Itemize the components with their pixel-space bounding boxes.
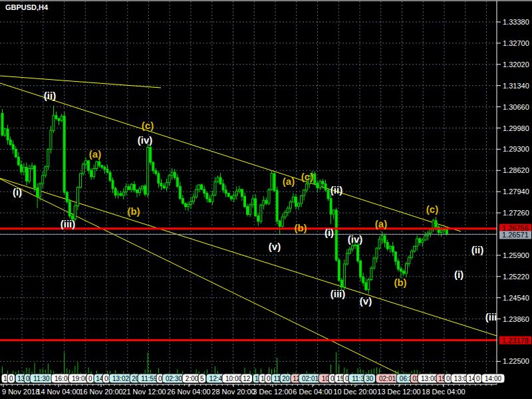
wave-label[interactable]: (a): [283, 176, 295, 187]
wave-label[interactable]: (i): [13, 186, 22, 198]
candle-body: [42, 176, 44, 184]
candle-body: [45, 167, 47, 176]
candle-body: [392, 246, 394, 251]
wave-label[interactable]: (ii): [471, 244, 483, 255]
candle-body: [168, 176, 170, 183]
time-tag-label: 13:0: [454, 375, 467, 382]
wave-label[interactable]: (iii): [331, 288, 346, 299]
price-tick-label: 1.25220: [503, 273, 529, 281]
candle-body: [346, 253, 348, 264]
chart-canvas[interactable]: (ii)(c)(iv)(a)(i)(b)(iii)(a)(c)(ii)(b)(i…: [0, 0, 532, 399]
time-tag-label: 11:30: [33, 375, 50, 382]
date-label: 16 Nov 20:00: [79, 388, 122, 396]
wave-label[interactable]: (ii): [331, 184, 342, 196]
candle-body: [378, 239, 380, 248]
wave-label[interactable]: (v): [269, 241, 281, 252]
candle-body: [424, 235, 426, 240]
candle-body: [265, 200, 267, 203]
wave-label[interactable]: (iv): [138, 134, 153, 146]
candle-body: [53, 116, 55, 131]
candle-body: [184, 203, 186, 207]
candle-body: [128, 187, 130, 190]
candle-body: [370, 268, 372, 279]
candle-body: [332, 210, 334, 214]
price-tick-label: 1.22500: [503, 357, 529, 365]
wave-label[interactable]: (i): [454, 269, 464, 280]
wave-label[interactable]: (ii): [44, 90, 56, 101]
price-tick-label: 1.24540: [503, 294, 529, 302]
candle-body: [330, 199, 332, 214]
candle-body: [50, 130, 52, 149]
wave-label[interactable]: (a): [89, 148, 101, 160]
time-tag-label: 0: [26, 375, 30, 382]
candle-body: [411, 251, 413, 257]
candle-body: [47, 149, 49, 166]
candle-body: [23, 168, 25, 172]
candle-body: [273, 174, 275, 190]
date-label: 14 Nov 04:00: [37, 388, 80, 396]
candle-body: [343, 264, 345, 287]
candle-body: [20, 165, 22, 172]
candle-body: [435, 221, 437, 227]
trendline-top-short[interactable]: [0, 76, 161, 88]
grid: [0, 1, 497, 384]
candle-body: [317, 184, 319, 188]
price-axis[interactable]: 1.333801.327001.320201.313401.306601.299…: [497, 18, 531, 365]
candle-body: [233, 196, 235, 199]
candle-body: [263, 200, 265, 205]
candle-body: [61, 116, 63, 121]
candle-body: [12, 144, 14, 149]
candle-body: [206, 194, 208, 199]
candle-body: [182, 199, 184, 204]
candle-body: [214, 182, 216, 195]
candle-body: [190, 201, 192, 205]
trendline-middle-channel[interactable]: [0, 178, 497, 336]
wave-label[interactable]: (iii): [61, 218, 76, 229]
time-tag-label: 5: [200, 375, 204, 382]
time-tag-label: 0: [158, 375, 162, 382]
candle-body: [174, 172, 176, 178]
candle-body: [268, 190, 270, 203]
wave-label[interactable]: (v): [360, 295, 372, 307]
candle-body: [440, 230, 442, 233]
date-label: 18 Dec 04:00: [422, 388, 465, 396]
candle-body: [144, 186, 146, 194]
candle-body: [90, 170, 92, 176]
wave-label[interactable]: (c): [301, 171, 313, 182]
wave-label[interactable]: (c): [426, 203, 438, 215]
candle-body: [68, 201, 70, 216]
date-label: 3 Dec 12:00: [253, 388, 292, 396]
price-tick-label: 1.27940: [503, 188, 529, 196]
time-axis[interactable]: 9 Nov 201814 Nov 04:0016 Nov 20:0021 Nov…: [1, 384, 491, 396]
wave-label[interactable]: (b): [294, 222, 307, 233]
candle-body: [29, 168, 31, 181]
candle-body: [93, 168, 95, 176]
candle-body: [39, 184, 41, 197]
time-tag-label: 30: [366, 375, 374, 382]
candle-body: [260, 205, 262, 221]
wave-label[interactable]: (a): [375, 218, 387, 229]
candle-body: [227, 194, 229, 197]
candle-body: [402, 271, 404, 273]
time-tag-label: 12:4: [209, 375, 223, 382]
wave-label[interactable]: (b): [394, 277, 406, 288]
wave-label[interactable]: (b): [127, 205, 140, 217]
candle-body: [55, 116, 57, 119]
candle-body: [114, 189, 116, 196]
candle-body: [25, 168, 27, 182]
wave-label[interactable]: (iii): [485, 311, 501, 323]
candle-body: [198, 185, 200, 190]
price-tick-label: 1.33380: [503, 18, 529, 26]
wave-label[interactable]: (iv): [348, 233, 363, 245]
wave-label[interactable]: (i): [325, 227, 334, 238]
candle-body: [222, 184, 224, 190]
wave-label[interactable]: (c): [142, 120, 154, 131]
candle-body: [284, 213, 286, 217]
candle-body: [160, 184, 162, 186]
candle-body: [306, 184, 308, 190]
candle-body: [150, 148, 152, 163]
candle-body: [295, 197, 297, 206]
candle-body: [384, 235, 386, 242]
candle-body: [76, 188, 78, 206]
time-tag-label: 0: [267, 375, 271, 382]
